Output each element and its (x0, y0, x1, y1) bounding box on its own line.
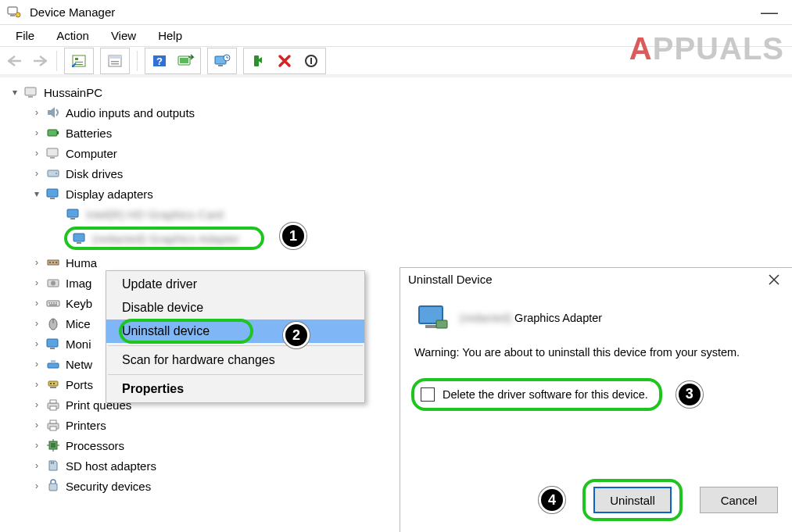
chevron-right-icon[interactable]: › (30, 359, 44, 370)
chevron-right-icon[interactable]: › (30, 379, 44, 390)
svg-rect-68 (51, 462, 52, 464)
menu-view[interactable]: View (102, 27, 145, 44)
dialog-device-name: Graphics Adapter (511, 312, 602, 324)
chevron-down-icon[interactable]: ▾ (8, 87, 22, 98)
tree-item-batteries[interactable]: › Batteries (8, 123, 792, 143)
ctx-properties[interactable]: Properties (106, 377, 364, 401)
highlight-uninstall-button: Uninstall (582, 479, 683, 521)
ctx-scan-hardware[interactable]: Scan for hardware changes (106, 348, 364, 372)
svg-rect-20 (25, 87, 36, 95)
computer-icon (44, 146, 63, 160)
display-icon (64, 207, 83, 221)
enable-device-button[interactable] (245, 49, 271, 73)
tree-item-display-child1[interactable]: › Intel(R) HD Graphics Card (8, 204, 792, 224)
cancel-button[interactable]: Cancel (700, 487, 778, 513)
svg-rect-50 (48, 363, 59, 368)
svg-rect-22 (48, 130, 57, 136)
keyboard-icon (44, 296, 63, 310)
tree-item-computer[interactable]: › Computer (8, 143, 792, 163)
nav-back-button[interactable] (3, 49, 27, 73)
tree-item-display-child2[interactable]: › (redacted) Graphics Adapter (8, 224, 792, 252)
svg-rect-58 (50, 406, 56, 410)
tree-item-disk[interactable]: › Disk drives (8, 163, 792, 184)
svg-rect-1 (10, 15, 15, 16)
minimize-button[interactable]: — (753, 2, 786, 23)
tree-label: Batteries (63, 127, 112, 140)
port-icon (44, 377, 63, 391)
chevron-right-icon[interactable]: › (30, 127, 44, 138)
chevron-right-icon[interactable]: › (30, 338, 44, 349)
svg-point-2 (16, 12, 20, 17)
svg-rect-10 (111, 63, 119, 65)
monitor-icon (44, 337, 63, 351)
svg-rect-61 (50, 427, 56, 430)
help-button[interactable]: ? (146, 49, 173, 73)
delete-driver-checkbox-wrap[interactable]: Delete the driver software for this devi… (411, 378, 662, 411)
scan-hardware-button[interactable] (173, 49, 199, 73)
dialog-warning: Warning: You are about to uninstall this… (414, 345, 778, 361)
chevron-right-icon[interactable]: › (30, 460, 44, 471)
chevron-right-icon[interactable]: › (30, 440, 44, 451)
svg-rect-60 (50, 420, 56, 423)
step-badge-4: 4 (539, 487, 565, 513)
chevron-down-icon[interactable]: ▾ (30, 188, 44, 199)
chevron-right-icon[interactable]: › (30, 480, 44, 491)
tree-root[interactable]: ▾ HussainPC (8, 82, 792, 102)
close-button[interactable] (764, 274, 784, 285)
disable-device-button[interactable] (298, 49, 324, 73)
menu-help[interactable]: Help (149, 27, 192, 44)
show-hidden-button[interactable] (66, 49, 92, 73)
chevron-right-icon[interactable]: › (30, 399, 44, 410)
hid-icon (44, 255, 63, 270)
toolbar-separator (56, 51, 57, 71)
tree-label: Moni (63, 337, 91, 351)
svg-rect-25 (50, 157, 55, 159)
svg-rect-6 (75, 64, 83, 65)
svg-rect-48 (47, 339, 58, 347)
menu-file[interactable]: File (6, 27, 44, 44)
svg-point-39 (51, 281, 56, 286)
uninstall-button[interactable]: Uninstall (593, 487, 672, 513)
tree-label: Processors (63, 439, 124, 452)
battery-icon (44, 126, 63, 140)
chevron-right-icon[interactable]: › (30, 148, 44, 159)
app-icon (6, 5, 22, 20)
update-driver-button[interactable] (209, 49, 235, 73)
ctx-disable-device[interactable]: Disable device (106, 296, 364, 320)
chevron-right-icon[interactable]: › (30, 420, 44, 430)
chevron-right-icon[interactable]: › (30, 168, 44, 179)
disk-icon (44, 166, 63, 180)
dialog-device-name-blurred: (redacted) (460, 312, 511, 324)
tree-label: Mice (63, 317, 91, 330)
svg-text:?: ? (156, 55, 163, 67)
ctx-separator (108, 374, 363, 375)
chevron-right-icon[interactable]: › (30, 107, 44, 118)
ctx-update-driver[interactable]: Update driver (106, 273, 364, 296)
svg-rect-70 (49, 484, 57, 491)
chevron-right-icon[interactable]: › (30, 318, 44, 329)
chevron-right-icon[interactable]: › (30, 298, 44, 309)
svg-rect-55 (50, 387, 56, 388)
display-adapter-icon (414, 302, 452, 334)
network-icon (44, 357, 63, 371)
chevron-right-icon[interactable]: › (30, 277, 44, 288)
svg-rect-41 (48, 302, 50, 304)
chevron-right-icon[interactable]: › (30, 257, 44, 268)
svg-rect-37 (56, 262, 57, 263)
tree-label: Printers (63, 419, 106, 432)
properties-button[interactable] (102, 49, 128, 73)
svg-rect-35 (49, 262, 51, 263)
svg-rect-9 (111, 61, 119, 62)
tree-label: SD host adapters (63, 459, 156, 473)
tree-label: Disk drives (63, 167, 123, 180)
tree-item-audio[interactable]: › Audio inputs and outputs (8, 102, 792, 123)
svg-rect-69 (53, 462, 55, 464)
svg-rect-54 (53, 383, 55, 384)
nav-forward-button[interactable] (28, 49, 52, 73)
menu-action[interactable]: Action (47, 27, 99, 44)
tree-item-display[interactable]: ▾ Display adapters (8, 184, 792, 204)
uninstall-device-button[interactable] (271, 49, 298, 73)
svg-rect-32 (73, 234, 84, 241)
checkbox-icon[interactable] (421, 387, 435, 402)
svg-rect-24 (47, 148, 58, 156)
